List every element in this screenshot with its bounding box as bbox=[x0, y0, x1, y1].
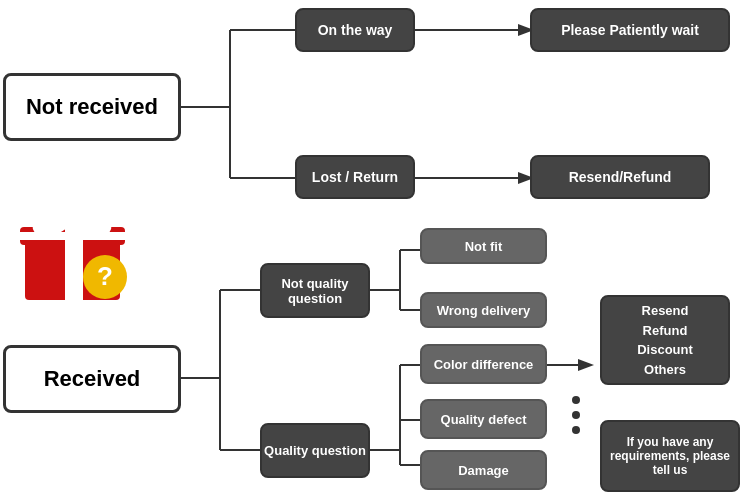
resolution-node: Resend Refund Discount Others bbox=[600, 295, 730, 385]
damage-node: Damage bbox=[420, 450, 547, 490]
svg-point-27 bbox=[572, 426, 580, 434]
svg-point-26 bbox=[572, 411, 580, 419]
not-fit-node: Not fit bbox=[420, 228, 547, 264]
svg-text:?: ? bbox=[97, 261, 113, 291]
lost-return-node: Lost / Return bbox=[295, 155, 415, 199]
svg-point-34 bbox=[65, 219, 81, 235]
not-received-node: Not received bbox=[3, 73, 181, 141]
requirements-node: If you have any requirements, please tel… bbox=[600, 420, 740, 492]
on-the-way-node: On the way bbox=[295, 8, 415, 52]
received-node: Received bbox=[3, 345, 181, 413]
quality-defect-node: Quality defect bbox=[420, 399, 547, 439]
svg-point-25 bbox=[572, 396, 580, 404]
quality-question-node: Quality question bbox=[260, 423, 370, 478]
please-wait-node: Please Patiently wait bbox=[530, 8, 730, 52]
wrong-delivery-node: Wrong delivery bbox=[420, 292, 547, 328]
diagram: Not received On the way Please Patiently… bbox=[0, 0, 750, 500]
not-quality-node: Not quality question bbox=[260, 263, 370, 318]
resend-refund-node: Resend/Refund bbox=[530, 155, 710, 199]
gift-icon: ? bbox=[10, 185, 140, 305]
color-difference-node: Color difference bbox=[420, 344, 547, 384]
